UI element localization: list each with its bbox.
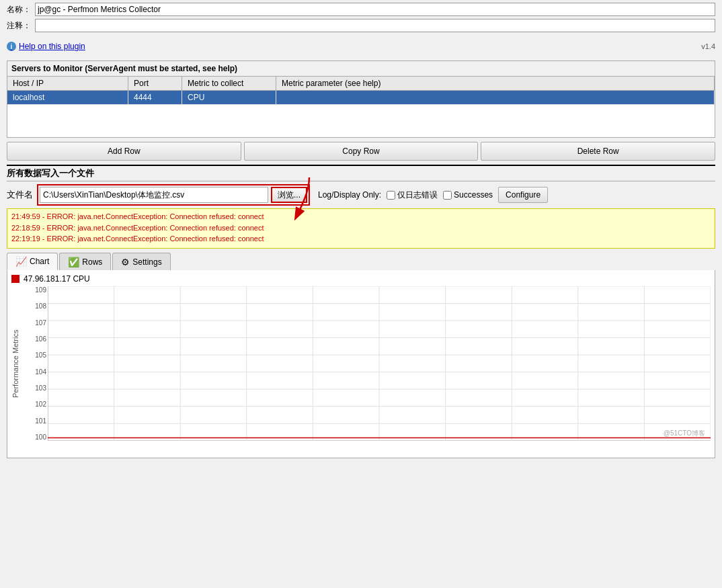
version-text: v1.4 <box>701 42 715 50</box>
comment-input[interactable] <box>35 19 715 32</box>
log-display-label: Log/Display Only: <box>318 190 381 200</box>
error-line-0: 21:49:59 - ERROR: java.net.ConnectExcept… <box>11 211 711 222</box>
col-header-metric: Metric to collect <box>182 77 276 90</box>
watermark: @51CTO博客 <box>664 429 705 438</box>
legend-text: 47.96.181.17 CPU <box>24 274 90 284</box>
rows-icon: ✅ <box>68 257 79 267</box>
col-header-param: Metric parameter (see help) <box>276 77 715 90</box>
error-line-1: 22:18:59 - ERROR: java.net.ConnectExcept… <box>11 222 711 234</box>
file-path-input[interactable] <box>40 187 268 203</box>
table-empty-row <box>7 105 715 121</box>
table-header: Host / IP Port Metric to collect Metric … <box>7 77 715 91</box>
y-label-1: 108 <box>26 302 46 310</box>
tabs-row: 📈 Chart ✅ Rows ⚙ Settings <box>7 253 715 270</box>
col-header-port: Port <box>128 77 182 90</box>
error-section: 21:49:59 - ERROR: java.net.ConnectExcept… <box>7 208 715 249</box>
comment-label: 注释： <box>7 20 31 32</box>
y-label-9: 100 <box>26 433 46 441</box>
delete-row-button[interactable]: Delete Row <box>481 142 715 161</box>
tab-chart-label: Chart <box>30 257 49 266</box>
chart-inner: Performance Metrics 109 108 107 106 105 … <box>11 286 711 441</box>
cell-port: 4444 <box>128 91 182 104</box>
y-label-8: 101 <box>26 417 46 425</box>
file-row: 文件名 浏览... Log/Display Only: 仅日志错误 Succes… <box>7 184 715 206</box>
browse-button[interactable]: 浏览... <box>271 187 307 203</box>
servers-section: Servers to Monitor (ServerAgent must be … <box>7 60 715 138</box>
info-icon: i <box>7 42 16 51</box>
tab-settings[interactable]: ⚙ Settings <box>112 253 170 270</box>
table-empty-row-2 <box>7 121 715 137</box>
tab-rows[interactable]: ✅ Rows <box>59 253 111 270</box>
file-input-wrapper: 浏览... <box>37 184 310 206</box>
help-link[interactable]: i Help on this plugin <box>7 42 85 51</box>
write-section-title: 所有数据写入一个文件 <box>7 165 715 181</box>
cell-param <box>276 91 715 104</box>
file-label: 文件名 <box>7 189 33 201</box>
y-labels: 109 108 107 106 105 104 103 102 101 100 <box>26 286 46 441</box>
tab-settings-label: Settings <box>132 257 161 267</box>
y-label-0: 109 <box>26 286 46 294</box>
col-header-host: Host / IP <box>7 77 128 90</box>
checkbox-successes[interactable] <box>443 191 452 200</box>
row-buttons: Add Row Copy Row Delete Row <box>7 142 715 161</box>
cell-metric: CPU <box>182 91 276 104</box>
error-line-2: 22:19:19 - ERROR: java.net.ConnectExcept… <box>11 233 711 245</box>
checkbox-errors[interactable] <box>387 191 395 200</box>
cell-host: localhost <box>7 91 128 104</box>
legend-color <box>11 275 19 283</box>
checkbox-successes-label[interactable]: Successes <box>443 190 493 200</box>
chart-legend: 47.96.181.17 CPU <box>11 274 711 284</box>
chart-icon: 📈 <box>15 256 27 267</box>
chart-area: 47.96.181.17 CPU Performance Metrics 109… <box>7 270 715 458</box>
y-label-5: 104 <box>26 368 46 376</box>
configure-button[interactable]: Configure <box>498 187 548 203</box>
y-label-7: 102 <box>26 401 46 408</box>
tab-chart[interactable]: 📈 Chart <box>7 253 58 270</box>
table-row[interactable]: localhost 4444 CPU <box>7 91 715 105</box>
tab-rows-label: Rows <box>82 257 102 267</box>
chart-svg <box>48 286 711 441</box>
name-input[interactable] <box>35 3 715 16</box>
name-label: 名称： <box>7 4 31 15</box>
options-row: Log/Display Only: 仅日志错误 Successes Config… <box>318 187 548 203</box>
y-axis-label: Performance Metrics <box>11 286 24 441</box>
checkbox-errors-label[interactable]: 仅日志错误 <box>387 190 438 201</box>
copy-row-button[interactable]: Copy Row <box>244 142 479 161</box>
servers-title: Servers to Monitor (ServerAgent must be … <box>7 61 715 77</box>
y-label-2: 107 <box>26 319 46 327</box>
settings-icon: ⚙ <box>121 257 130 267</box>
y-label-6: 103 <box>26 384 46 392</box>
add-row-button[interactable]: Add Row <box>7 142 241 161</box>
y-label-4: 105 <box>26 351 46 359</box>
y-label-3: 106 <box>26 335 46 343</box>
